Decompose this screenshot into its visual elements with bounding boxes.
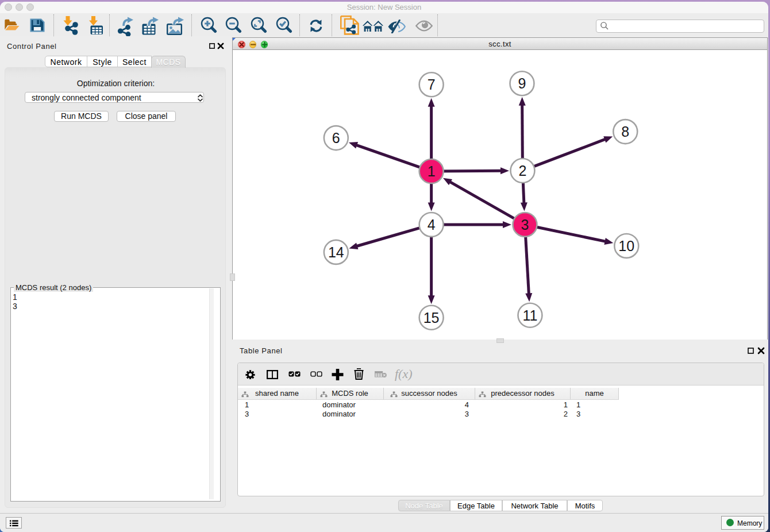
svg-text:9: 9 (518, 75, 526, 91)
svg-text:2: 2 (519, 163, 527, 179)
svg-text:10: 10 (618, 238, 634, 254)
svg-text:6: 6 (332, 130, 340, 146)
svg-text:14: 14 (328, 244, 344, 260)
svg-text:3: 3 (521, 217, 529, 233)
svg-text:7: 7 (428, 76, 436, 92)
svg-text:15: 15 (424, 310, 440, 326)
svg-text:4: 4 (428, 217, 436, 233)
svg-text:1: 1 (428, 163, 436, 179)
svg-text:11: 11 (522, 307, 537, 323)
svg-text:8: 8 (621, 124, 629, 140)
